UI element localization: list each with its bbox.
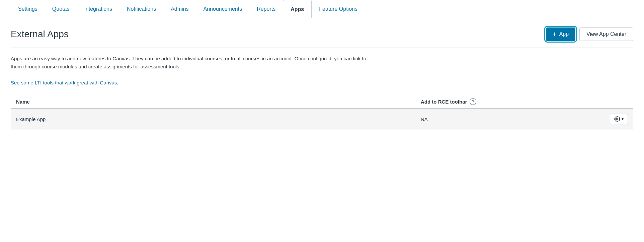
header-actions: + App View App Center xyxy=(546,27,633,41)
table-row: Example AppNA ▾ xyxy=(11,109,633,129)
add-app-button[interactable]: + App xyxy=(546,27,575,41)
svg-point-0 xyxy=(617,118,618,120)
lti-tools-link[interactable]: See some LTI tools that work great with … xyxy=(11,80,118,85)
page-title: External Apps xyxy=(11,29,69,40)
app-name-cell: Example App xyxy=(11,109,415,129)
apps-table: Name Add to RCE toolbar ? Example AppNA … xyxy=(11,95,633,129)
col-actions-header xyxy=(567,95,633,109)
tab-announcements[interactable]: Announcements xyxy=(196,0,250,18)
tab-feature-options[interactable]: Feature Options xyxy=(312,0,365,18)
main-content: External Apps + App View App Center Apps… xyxy=(0,18,644,139)
app-settings-button[interactable]: ▾ xyxy=(610,114,628,124)
table-body: Example AppNA ▾ xyxy=(11,109,633,129)
tab-quotas[interactable]: Quotas xyxy=(45,0,77,18)
gear-icon xyxy=(614,116,620,122)
tab-apps[interactable]: Apps xyxy=(283,0,312,18)
tab-admins[interactable]: Admins xyxy=(163,0,196,18)
col-name-header: Name xyxy=(11,95,415,109)
col-rce-header: Add to RCE toolbar ? xyxy=(415,95,567,109)
rce-help-icon[interactable]: ? xyxy=(470,98,476,105)
tab-integrations[interactable]: Integrations xyxy=(77,0,119,18)
description-text: Apps are an easy way to add new features… xyxy=(11,55,513,71)
page-header: External Apps + App View App Center xyxy=(11,27,633,48)
tab-reports[interactable]: Reports xyxy=(249,0,283,18)
table-header: Name Add to RCE toolbar ? xyxy=(11,95,633,109)
app-actions-cell: ▾ xyxy=(567,109,633,129)
tab-notifications[interactable]: Notifications xyxy=(119,0,163,18)
add-app-label: App xyxy=(559,31,569,37)
tab-settings[interactable]: Settings xyxy=(11,0,45,18)
nav-tabs: SettingsQuotasIntegrationsNotificationsA… xyxy=(0,0,644,18)
app-rce-cell: NA xyxy=(415,109,567,129)
plus-icon: + xyxy=(553,31,557,38)
view-app-center-button[interactable]: View App Center xyxy=(579,27,633,41)
description-block: Apps are an easy way to add new features… xyxy=(11,55,513,87)
chevron-down-icon: ▾ xyxy=(622,117,624,121)
